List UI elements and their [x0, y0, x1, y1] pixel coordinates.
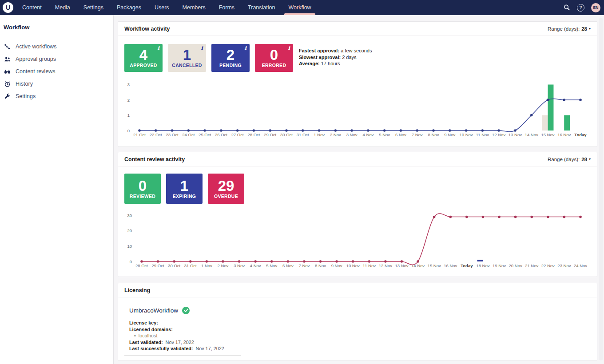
stat-value: 2	[226, 48, 234, 62]
svg-text:30 Oct: 30 Oct	[168, 263, 180, 268]
nav-item-members[interactable]: Members	[183, 0, 206, 15]
search-icon[interactable]	[563, 4, 570, 11]
stat-label: CANCELLED	[172, 63, 202, 68]
last-validated-row: Last validated: Nov 17, 2022	[129, 339, 224, 346]
stat-value: 4	[139, 48, 147, 62]
svg-text:25 Oct: 25 Oct	[199, 132, 211, 137]
svg-text:5 Nov: 5 Nov	[266, 263, 277, 268]
svg-text:Today: Today	[574, 132, 587, 137]
wrench-icon	[4, 93, 11, 100]
license-details: UmbracoWorkflow License key: Licensed do…	[129, 307, 224, 352]
chevron-down-icon: ▾	[589, 27, 591, 31]
nav-item-settings[interactable]: Settings	[83, 0, 103, 15]
workflow-activity-chart: 012321 Oct22 Oct23 Oct24 Oct25 Oct26 Oct…	[124, 79, 592, 142]
svg-text:28 Oct: 28 Oct	[135, 263, 148, 268]
sidebar-item-label: Active workflows	[16, 44, 56, 50]
license-key-row: License key:	[129, 320, 224, 326]
svg-text:18 Nov: 18 Nov	[476, 263, 489, 268]
workflow-activity-panel: Workflow activity Range (days): 28 ▾ i4A…	[118, 21, 597, 147]
stat-value: 0	[270, 48, 278, 62]
nav-item-users[interactable]: Users	[155, 0, 169, 15]
svg-text:13 Nov: 13 Nov	[509, 132, 522, 137]
info-icon[interactable]: i	[288, 45, 290, 51]
stat-card-reviewed: 0REVIEWED	[124, 174, 161, 204]
svg-text:2 Nov: 2 Nov	[330, 132, 341, 137]
top-navigation-bar: U ContentMediaSettingsPackagesUsersMembe…	[0, 0, 604, 15]
svg-text:16 Nov: 16 Nov	[444, 263, 457, 268]
sidebar-item-label: Approval groups	[16, 56, 56, 62]
sidebar: Workflow Active workflowsApproval groups…	[0, 15, 114, 364]
svg-text:9 Nov: 9 Nov	[331, 263, 342, 268]
range-label: Range (days):	[548, 26, 580, 32]
content-review-header: Content review activity Range (days): 28…	[118, 152, 597, 166]
range-value: 28	[581, 26, 587, 32]
workflow-nodes-icon	[4, 43, 11, 50]
svg-text:14 Nov: 14 Nov	[525, 132, 538, 137]
stat-line: Average: 17 hours	[299, 60, 372, 67]
nav-item-forms[interactable]: Forms	[219, 0, 234, 15]
umbraco-logo-icon[interactable]: U	[3, 2, 13, 13]
svg-text:2: 2	[127, 98, 130, 103]
svg-text:15 Nov: 15 Nov	[428, 263, 441, 268]
svg-text:24 Oct: 24 Oct	[182, 132, 195, 137]
sidebar-item-history[interactable]: History	[0, 78, 113, 90]
sidebar-item-label: Settings	[16, 93, 36, 99]
nav-item-translation[interactable]: Translation	[248, 0, 275, 15]
range-days-dropdown[interactable]: Range (days): 28 ▾	[548, 157, 591, 162]
svg-text:12 Nov: 12 Nov	[492, 132, 505, 137]
svg-text:12 Nov: 12 Nov	[379, 263, 392, 268]
stat-line: Fastest approval: a few seconds	[299, 47, 372, 54]
range-days-dropdown[interactable]: Range (days): 28 ▾	[548, 26, 591, 32]
nav-item-packages[interactable]: Packages	[117, 0, 141, 15]
svg-text:13 Nov: 13 Nov	[395, 263, 408, 268]
sidebar-item-settings[interactable]: Settings	[0, 90, 113, 103]
content-review-panel: Content review activity Range (days): 28…	[118, 152, 597, 277]
range-value: 28	[581, 157, 587, 162]
svg-text:6 Nov: 6 Nov	[282, 263, 294, 268]
svg-text:21 Oct: 21 Oct	[133, 132, 146, 137]
avatar[interactable]: EN	[591, 3, 600, 12]
stat-line: Slowest approval: 2 days	[299, 54, 372, 61]
stat-label: ERRORED	[262, 63, 286, 68]
nav-item-media[interactable]: Media	[55, 0, 70, 15]
svg-text:3 Nov: 3 Nov	[346, 132, 358, 137]
svg-text:7 Nov: 7 Nov	[299, 263, 310, 268]
chevron-down-icon: ▾	[589, 157, 591, 161]
help-icon[interactable]: ?	[577, 4, 584, 12]
check-circle-icon	[182, 307, 190, 314]
panel-title: Workflow activity	[124, 26, 170, 32]
svg-text:30 Oct: 30 Oct	[280, 132, 293, 137]
svg-text:6 Nov: 6 Nov	[395, 132, 406, 137]
clock-icon	[4, 80, 11, 87]
svg-text:3 Nov: 3 Nov	[234, 263, 245, 268]
info-icon[interactable]: i	[201, 45, 203, 51]
workflow-stat-cards: i4APPROVEDi1CANCELLEDi2PENDINGi0ERRORED	[124, 44, 293, 72]
vertical-scrollbar[interactable]	[599, 18, 603, 360]
svg-text:2 Nov: 2 Nov	[218, 263, 229, 268]
stat-label: PENDING	[219, 63, 242, 68]
info-icon[interactable]: i	[244, 45, 246, 51]
nav-item-content[interactable]: Content	[22, 0, 42, 15]
svg-text:29 Oct: 29 Oct	[152, 263, 164, 268]
svg-text:23 Oct: 23 Oct	[166, 132, 179, 137]
nav-item-workflow[interactable]: Workflow	[288, 0, 311, 15]
nav-items: ContentMediaSettingsPackagesUsersMembers…	[22, 0, 325, 15]
svg-text:15 Nov: 15 Nov	[541, 132, 554, 137]
svg-text:0: 0	[130, 259, 132, 264]
svg-text:14 Nov: 14 Nov	[411, 263, 425, 268]
stat-value: 29	[218, 179, 234, 193]
svg-text:31 Oct: 31 Oct	[184, 263, 197, 268]
svg-text:11 Nov: 11 Nov	[476, 132, 489, 137]
divider	[124, 355, 241, 356]
stat-label: APPROVED	[130, 63, 157, 68]
svg-text:29 Oct: 29 Oct	[264, 132, 276, 137]
svg-text:Today: Today	[461, 263, 473, 268]
info-icon[interactable]: i	[157, 45, 159, 51]
sidebar-section-title: Workflow	[4, 24, 113, 31]
stat-label: OVERDUE	[214, 194, 238, 199]
sidebar-item-content-reviews[interactable]: Content reviews	[0, 65, 113, 78]
svg-text:22 Oct: 22 Oct	[150, 132, 162, 137]
sidebar-item-active-workflows[interactable]: Active workflows	[0, 40, 113, 53]
sidebar-item-approval-groups[interactable]: Approval groups	[0, 53, 113, 65]
svg-text:1 Nov: 1 Nov	[201, 263, 212, 268]
